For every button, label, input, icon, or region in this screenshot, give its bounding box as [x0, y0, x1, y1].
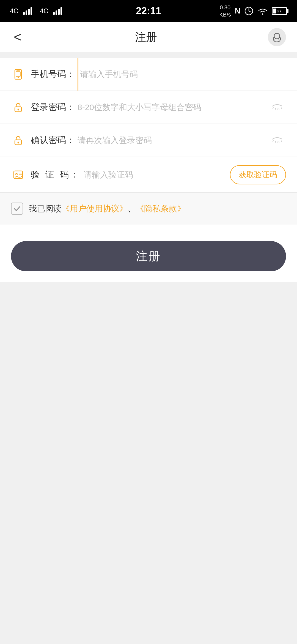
register-button-label: 注册: [136, 249, 161, 264]
svg-rect-10: [16, 72, 20, 77]
phone-label: 手机号码：: [31, 68, 75, 80]
user-agreement-link[interactable]: 《用户使用协议》: [62, 204, 128, 213]
svg-rect-8: [16, 70, 20, 71]
signal-bars-2: [53, 7, 62, 15]
back-button[interactable]: <: [11, 27, 24, 47]
battery-icon: 27: [272, 7, 287, 15]
privacy-link[interactable]: 《隐私条款》: [136, 204, 185, 213]
confirm-password-eye-toggle[interactable]: [268, 132, 286, 148]
verify-code-label: 验 证 码：: [31, 169, 81, 181]
carrier2-label: 4G: [40, 7, 49, 15]
svg-point-3: [262, 13, 263, 15]
agreement-prefix: 我已阅读: [29, 204, 62, 213]
password-row: 登录密码：: [0, 91, 297, 124]
lock-icon-1: [11, 100, 25, 114]
confirm-password-label: 确认密码：: [31, 134, 75, 146]
agreement-text: 我已阅读《用户使用协议》、《隐私条款》: [29, 203, 185, 214]
verify-code-input[interactable]: [84, 157, 230, 192]
clock-icon: [244, 6, 254, 16]
password-eye-toggle[interactable]: [268, 99, 286, 115]
code-icon: [11, 168, 25, 182]
svg-point-18: [16, 173, 17, 175]
form-container: 手机号码： 登录密码：: [0, 58, 297, 193]
check-icon: [13, 204, 21, 213]
page-title: 注册: [135, 29, 157, 45]
status-right: 0.30 KB/s N 27: [219, 4, 287, 18]
agreement-row: 我已阅读《用户使用协议》、《隐私条款》: [0, 193, 297, 225]
agreement-separator: 、: [128, 204, 136, 213]
confirm-password-input[interactable]: [78, 124, 268, 157]
signal-bars-1: [23, 7, 32, 15]
lock-icon-2: [11, 133, 25, 148]
password-input[interactable]: [78, 91, 268, 124]
register-button-wrap: 注册: [0, 225, 297, 282]
nav-bar: < 注册: [0, 22, 297, 52]
phone-input[interactable]: [78, 58, 286, 91]
phone-icon: [11, 67, 25, 81]
status-bar: 4G 4G 22:11 0.30 KB/s N: [0, 0, 297, 22]
svg-point-9: [18, 77, 19, 78]
bottom-area: [0, 282, 297, 640]
get-code-button[interactable]: 获取验证码: [230, 165, 286, 184]
password-label: 登录密码：: [31, 101, 75, 113]
help-button[interactable]: [268, 28, 286, 46]
carrier1-label: 4G: [10, 7, 19, 15]
n-icon: N: [235, 7, 240, 15]
status-time: 22:11: [136, 5, 161, 17]
verify-code-row: 验 证 码： 获取验证码: [0, 157, 297, 193]
top-divider: [0, 52, 297, 58]
status-left: 4G 4G: [10, 7, 62, 15]
agreement-checkbox[interactable]: [11, 203, 23, 215]
confirm-password-row: 确认密码：: [0, 124, 297, 157]
phone-row: 手机号码：: [0, 58, 297, 91]
wifi-icon: [257, 6, 268, 16]
register-button[interactable]: 注册: [11, 241, 286, 271]
net-speed: 0.30 KB/s: [219, 4, 231, 18]
svg-line-2: [249, 11, 251, 12]
svg-rect-6: [279, 37, 280, 40]
headset-icon: [271, 31, 283, 43]
